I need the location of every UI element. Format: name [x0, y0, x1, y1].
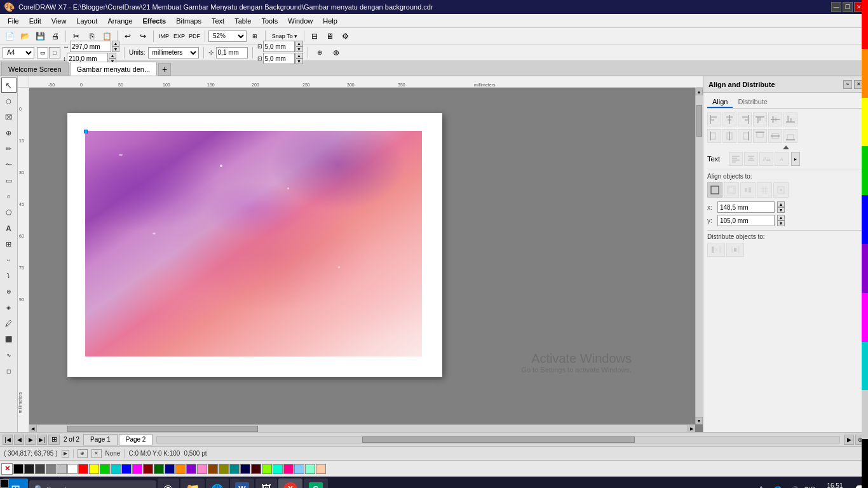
- align-to-grid[interactable]: [757, 182, 772, 198]
- zoom-select[interactable]: 52% 25% 50% 75% 100%: [208, 30, 247, 42]
- swatch-dark-blue[interactable]: [165, 464, 175, 474]
- tray-volume[interactable]: 🔊: [788, 483, 801, 488]
- table-tool[interactable]: ⊞: [1, 236, 17, 252]
- swatch-aqua[interactable]: [273, 464, 283, 474]
- rectangle-tool[interactable]: ▭: [1, 173, 17, 188]
- page-scroll-area[interactable]: [156, 436, 840, 444]
- taskbar-extra[interactable]: G: [304, 478, 328, 488]
- scroll-thumb-vertical[interactable]: [696, 105, 702, 137]
- y-down-button[interactable]: ▼: [777, 220, 785, 226]
- width-up[interactable]: ▲: [112, 41, 119, 46]
- align-left-edge[interactable]: [707, 129, 721, 143]
- text-align-left[interactable]: [729, 152, 743, 166]
- new-button[interactable]: 📄: [3, 29, 17, 43]
- freehand-tool[interactable]: ✏: [1, 141, 17, 156]
- smear-tool[interactable]: ∿: [1, 348, 17, 363]
- page-scroll-thumb[interactable]: [362, 437, 635, 443]
- menu-layout[interactable]: Layout: [71, 16, 102, 26]
- swatch-teal[interactable]: [229, 464, 240, 474]
- text-align-center[interactable]: [744, 152, 758, 166]
- y-input[interactable]: [717, 215, 775, 226]
- export-button[interactable]: EXP: [172, 29, 186, 43]
- swatch-navy[interactable]: [240, 464, 250, 474]
- open-button[interactable]: 📂: [18, 29, 32, 43]
- align-bottom-button[interactable]: [783, 112, 797, 126]
- swatch-cyan[interactable]: [111, 464, 121, 474]
- blend-tool[interactable]: ⊗: [1, 284, 17, 299]
- page-next-button[interactable]: ▶: [25, 435, 36, 445]
- align-to-margin[interactable]: [724, 182, 739, 198]
- swatch-dark-gray2[interactable]: [35, 464, 45, 474]
- swatch-gray[interactable]: [46, 464, 56, 474]
- strip-blue[interactable]: [862, 195, 868, 244]
- canvas-area[interactable]: -50 0 50 100 150 200 250 300 350 millime…: [18, 76, 703, 432]
- taskbar-corel[interactable]: X: [278, 478, 302, 488]
- scrollbar-vertical[interactable]: [695, 95, 703, 424]
- swatch-maroon[interactable]: [251, 464, 261, 474]
- align-to-page[interactable]: [707, 182, 722, 198]
- strip-green[interactable]: [862, 146, 868, 195]
- dim2-down[interactable]: ▼: [295, 58, 303, 64]
- align-to-object[interactable]: [773, 182, 789, 198]
- tray-chevron[interactable]: ^: [755, 483, 768, 488]
- menu-file[interactable]: File: [3, 16, 24, 26]
- options-btn[interactable]: ⚙: [338, 29, 352, 43]
- swatch-light-blue[interactable]: [294, 464, 304, 474]
- node-tool[interactable]: ⬡: [1, 93, 17, 109]
- swatch-peach[interactable]: [316, 464, 326, 474]
- restore-button[interactable]: ❐: [843, 2, 853, 12]
- taskbar-cortana[interactable]: 👁: [158, 478, 179, 488]
- strip-magenta[interactable]: [862, 293, 868, 342]
- distribute-h-center[interactable]: [726, 243, 744, 257]
- swatch-light-gray[interactable]: [57, 464, 67, 474]
- height-up[interactable]: ▲: [109, 53, 116, 58]
- shadow-tool[interactable]: ◻: [1, 363, 17, 379]
- swatch-brown[interactable]: [208, 464, 218, 474]
- swatch-dark-red[interactable]: [143, 464, 153, 474]
- taskbar-word[interactable]: W: [230, 478, 254, 488]
- align-tab[interactable]: Align: [707, 97, 733, 108]
- distribute-tab[interactable]: Distribute: [733, 97, 772, 108]
- landscape-button[interactable]: □: [49, 47, 60, 58]
- swatch-white[interactable]: [67, 464, 78, 474]
- polygon-tool[interactable]: ⬠: [1, 205, 17, 220]
- display-quality[interactable]: 🖥: [323, 29, 337, 43]
- align-center-edge[interactable]: [722, 129, 736, 143]
- swatch-green[interactable]: [100, 464, 110, 474]
- dim1-down[interactable]: ▼: [295, 46, 303, 52]
- undo-button[interactable]: ↩: [121, 29, 135, 43]
- tray-language[interactable]: IND: [804, 486, 815, 489]
- menu-edit[interactable]: Edit: [24, 16, 46, 26]
- scroll-down-button[interactable]: ▼: [695, 417, 703, 424]
- strip-orange[interactable]: [862, 49, 868, 98]
- strip-black[interactable]: [862, 439, 868, 488]
- menu-text[interactable]: Text: [207, 16, 229, 26]
- tab-welcome-screen[interactable]: Welcome Screen: [1, 62, 69, 76]
- menu-bitmaps[interactable]: Bitmaps: [171, 16, 207, 26]
- dim2-up[interactable]: ▲: [295, 53, 303, 58]
- dim2-input[interactable]: [263, 53, 295, 64]
- tray-clock[interactable]: 16.51 10/04/2019: [819, 482, 851, 488]
- align-to-selection[interactable]: [740, 182, 756, 198]
- y-up-button[interactable]: ▲: [777, 215, 785, 220]
- crop-tool[interactable]: ⌧: [1, 109, 17, 125]
- align-top-button[interactable]: [753, 112, 767, 126]
- swatch-lime[interactable]: [262, 464, 272, 474]
- connector-tool[interactable]: ⤵: [1, 268, 17, 283]
- menu-tools[interactable]: Tools: [256, 16, 283, 26]
- strip-yellow[interactable]: [862, 98, 868, 147]
- menu-arrange[interactable]: Arrange: [102, 16, 137, 26]
- page-first-button[interactable]: |◀: [3, 435, 13, 445]
- pointer-tool[interactable]: ↖: [1, 78, 17, 93]
- ellipse-tool[interactable]: ○: [1, 189, 17, 204]
- scroll-right-button[interactable]: ▶: [688, 425, 695, 432]
- swatch-hot-pink[interactable]: [283, 464, 294, 474]
- taskbar-paint[interactable]: 🖼: [255, 478, 277, 488]
- canvas-working-area[interactable]: Activate Windows Go to Settings to activ…: [29, 88, 695, 424]
- page-last-button[interactable]: ▶|: [37, 435, 47, 445]
- swatch-light-green[interactable]: [305, 464, 315, 474]
- print-button[interactable]: 🖨: [48, 29, 62, 43]
- align-bottom-edge[interactable]: [783, 129, 797, 143]
- menu-help[interactable]: Help: [318, 16, 342, 26]
- swatch-red[interactable]: [78, 464, 88, 474]
